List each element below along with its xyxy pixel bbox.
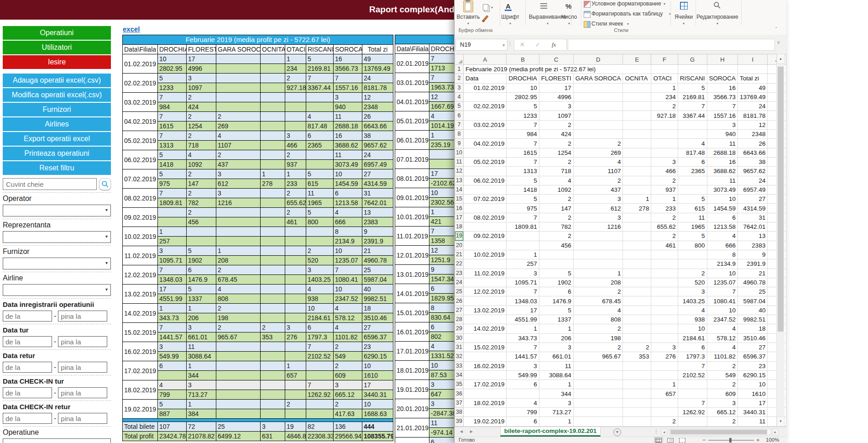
grid-cell[interactable]: 11.02.2019 bbox=[464, 269, 507, 278]
grid-cell[interactable]: 9982.51 bbox=[738, 315, 768, 324]
grid-cell[interactable] bbox=[464, 241, 507, 250]
grid-cell[interactable]: 10 bbox=[507, 83, 539, 92]
sidebar-action-printeaza-operatiuni[interactable]: Printeaza operatiuni bbox=[3, 147, 111, 160]
grid-cell[interactable]: 713.27 bbox=[539, 407, 573, 417]
row-header-30[interactable]: 30 bbox=[455, 333, 464, 343]
grid-cell[interactable] bbox=[651, 287, 678, 296]
grid-cell[interactable] bbox=[623, 102, 651, 111]
row-header-13[interactable]: 13 bbox=[455, 176, 464, 185]
grid-cell[interactable] bbox=[623, 417, 651, 426]
grid-cell[interactable] bbox=[678, 65, 707, 74]
row-header-16[interactable]: 16 bbox=[455, 204, 464, 213]
grid-cell[interactable] bbox=[464, 167, 507, 176]
grid-cell[interactable]: 12.02.2019 bbox=[464, 287, 507, 296]
grid-cell[interactable]: 17.02.2019 bbox=[464, 380, 507, 389]
grid-cell[interactable]: 3566.73 bbox=[707, 92, 738, 101]
grid-cell[interactable]: 5 bbox=[539, 269, 573, 278]
zoom-slider-thumb[interactable] bbox=[729, 438, 732, 443]
row-header-28[interactable]: 28 bbox=[455, 315, 464, 324]
grid-cell[interactable] bbox=[707, 65, 738, 74]
grid-cell[interactable]: 2169.81 bbox=[678, 92, 707, 101]
grid-cell[interactable]: Total zi bbox=[738, 74, 768, 83]
grid-cell[interactable]: 3 bbox=[539, 343, 573, 352]
data-check-in-retur-to-input[interactable] bbox=[58, 413, 107, 424]
grid-cell[interactable]: 3 bbox=[573, 213, 623, 222]
grid-cell[interactable]: 1 bbox=[651, 195, 678, 204]
grid-cell[interactable]: SOROCA bbox=[707, 74, 738, 83]
operatiune-select[interactable]: ▾ bbox=[3, 438, 111, 443]
grid-cell[interactable]: 615 bbox=[678, 204, 707, 213]
grid-cell[interactable]: 7 bbox=[707, 287, 738, 296]
grid-cell[interactable]: 6957.49 bbox=[738, 185, 768, 194]
grid-cell[interactable]: 2 bbox=[623, 343, 651, 352]
grid-cell[interactable]: 2 bbox=[678, 269, 707, 278]
grid-cell[interactable] bbox=[623, 157, 651, 166]
ribbon-collapse-icon[interactable]: ˆ bbox=[775, 26, 777, 32]
column-header-a[interactable]: A bbox=[464, 54, 507, 65]
grid-cell[interactable] bbox=[573, 398, 623, 407]
grid-cell[interactable]: 3073.49 bbox=[707, 185, 738, 194]
grid-cell[interactable]: 24 bbox=[738, 176, 768, 185]
grid-cell[interactable]: 7 bbox=[507, 120, 539, 129]
grid-cell[interactable]: 2348 bbox=[738, 130, 768, 139]
sidebar-action-modifica-operatii-excel-csv[interactable]: Modifica operatii excel(.csv) bbox=[3, 88, 111, 102]
grid-cell[interactable]: 10 bbox=[678, 324, 707, 333]
grid-cell[interactable] bbox=[464, 111, 507, 120]
cancel-icon[interactable]: ✕ bbox=[520, 39, 525, 50]
grid-cell[interactable]: 718 bbox=[539, 167, 573, 176]
grid-cell[interactable]: 3367.44 bbox=[678, 111, 707, 120]
grid-cell[interactable] bbox=[507, 389, 539, 398]
row-header-12[interactable]: 12 bbox=[455, 167, 464, 176]
grid-cell[interactable]: 7 bbox=[507, 343, 539, 352]
operator-select[interactable]: ▾ bbox=[3, 205, 111, 216]
grid-cell[interactable]: 4 bbox=[573, 306, 623, 315]
grid-cell[interactable]: 5 bbox=[678, 195, 707, 204]
grid-cell[interactable] bbox=[573, 92, 623, 101]
grid-cell[interactable] bbox=[678, 250, 707, 259]
grid-cell[interactable]: 31 bbox=[738, 213, 768, 222]
grid-cell[interactable]: 1337 bbox=[539, 315, 573, 324]
grid-cell[interactable]: 11 bbox=[707, 176, 738, 185]
row-header-10[interactable]: 10 bbox=[455, 148, 464, 157]
grid-cell[interactable]: 278 bbox=[623, 204, 651, 213]
row-header-27[interactable]: 27 bbox=[455, 306, 464, 315]
grid-cell[interactable]: 2 bbox=[573, 287, 623, 296]
scroll-up-icon[interactable]: ▲ bbox=[777, 54, 784, 64]
grid-cell[interactable]: 3 bbox=[507, 269, 539, 278]
grid-cell[interactable] bbox=[623, 222, 651, 232]
grid-cell[interactable]: 3 bbox=[707, 398, 738, 407]
grid-cell[interactable]: 3 bbox=[651, 157, 678, 166]
grid-cell[interactable] bbox=[651, 398, 678, 407]
grid-cell[interactable]: 2 bbox=[707, 380, 738, 389]
grid-cell[interactable] bbox=[678, 417, 707, 426]
hsc roll-right-icon[interactable]: ► bbox=[772, 429, 779, 435]
grid-cell[interactable]: 927.18 bbox=[651, 111, 678, 120]
grid-cell[interactable]: 2102.52 bbox=[678, 370, 707, 380]
grid-cell[interactable]: 13.02.2019 bbox=[464, 306, 507, 315]
grid-cell[interactable]: 10 bbox=[738, 380, 768, 389]
grid-cell[interactable]: 678.45 bbox=[573, 296, 623, 306]
grid-cell[interactable] bbox=[678, 380, 707, 389]
grid-cell[interactable] bbox=[623, 185, 651, 194]
scroll-down-icon[interactable]: ▼ bbox=[777, 417, 784, 427]
row-header-7[interactable]: 7 bbox=[455, 120, 464, 129]
grid-cell[interactable] bbox=[573, 407, 623, 417]
grid-cell[interactable]: 10.02.2019 bbox=[464, 250, 507, 259]
grid-cell[interactable] bbox=[623, 92, 651, 101]
grid-cell[interactable]: 661.01 bbox=[539, 352, 573, 361]
grid-cell[interactable]: 1 bbox=[623, 195, 651, 204]
grid-cell[interactable]: 19.02.2019 bbox=[464, 417, 507, 426]
grid-cell[interactable] bbox=[464, 259, 507, 269]
grid-cell[interactable] bbox=[573, 389, 623, 398]
row-header-38[interactable]: 38 bbox=[455, 407, 464, 417]
grid-cell[interactable]: 655.62 bbox=[651, 222, 678, 232]
grid-cell[interactable]: 26 bbox=[738, 139, 768, 148]
grid-cell[interactable]: 4 bbox=[707, 324, 738, 333]
grid-cell[interactable]: 799 bbox=[507, 407, 539, 417]
grid-cell[interactable]: 6643.66 bbox=[738, 148, 768, 157]
vertical-scrollbar[interactable]: ▲ ▼ bbox=[776, 54, 784, 427]
grid-cell[interactable]: 1441.57 bbox=[507, 352, 539, 361]
grid-cell[interactable]: 5987.04 bbox=[738, 296, 768, 306]
grid-cell[interactable]: 3510.46 bbox=[738, 333, 768, 343]
grid-cell[interactable] bbox=[623, 241, 651, 250]
